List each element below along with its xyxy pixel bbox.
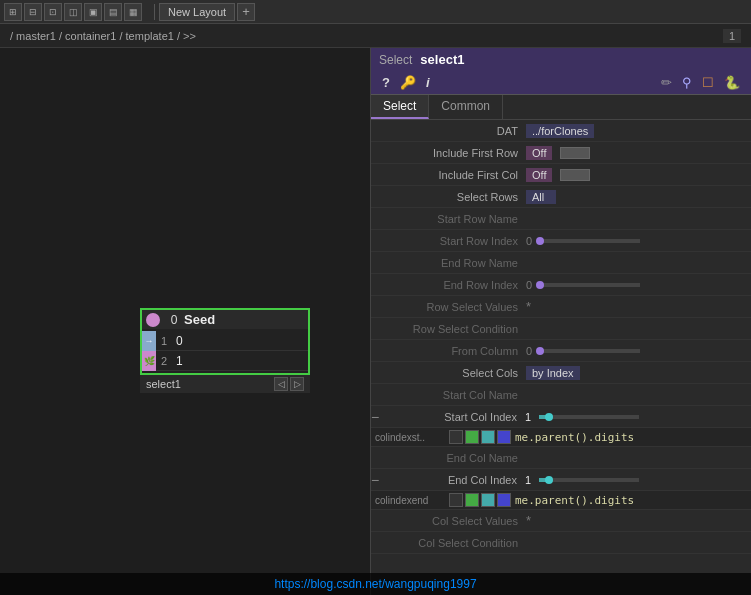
start-col-index-minus[interactable]: −: [371, 409, 385, 425]
include-first-col-value[interactable]: Off: [526, 168, 552, 182]
prop-row-start-row-name: Start Row Name: [371, 208, 751, 230]
prop-value-select-rows: All: [526, 190, 751, 204]
toolbar-icon-1[interactable]: ⊞: [4, 3, 22, 21]
prop-value-row-select-values: *: [526, 299, 751, 314]
node-canvas: 0 Seed → 1 0 🌿 2 1 selec: [0, 48, 370, 595]
node-btn-left[interactable]: ◁: [274, 377, 288, 391]
prop-value-from-column: 0: [526, 345, 751, 357]
col-select-val: *: [526, 513, 531, 528]
start-col-index-val: 1: [525, 411, 531, 423]
node-data-row-2: 🌿 2 1: [142, 351, 308, 371]
prop-node-name: select1: [420, 52, 464, 67]
prop-name-include-first-col: Include First Col: [371, 169, 526, 181]
properties-panel: Select select1 ? 🔑 i ✏ ⚲ ☐ 🐍 Select Comm…: [370, 48, 751, 595]
node-widget: 0 Seed → 1 0 🌿 2 1 selec: [140, 308, 310, 393]
prop-row-start-col-index: − Start Col Index 1: [371, 406, 751, 428]
prop-name-start-col-index: Start Col Index: [385, 411, 525, 423]
end-col-index-minus[interactable]: −: [371, 472, 385, 488]
link-icon[interactable]: ⚲: [679, 73, 695, 92]
prop-row-end-row-index: End Row Index 0: [371, 274, 751, 296]
new-layout-button[interactable]: New Layout: [159, 3, 235, 21]
help-icon[interactable]: ?: [379, 73, 393, 92]
select-cols-value[interactable]: by Index: [526, 366, 580, 380]
box-icon[interactable]: ☐: [699, 73, 717, 92]
prop-name-include-first-row: Include First Row: [371, 147, 526, 159]
start-col-index-slider[interactable]: [539, 415, 639, 419]
prop-name-row-select-values: Row Select Values: [371, 301, 526, 313]
python-icon[interactable]: 🐍: [721, 73, 743, 92]
node-row-icon-arrow: →: [142, 331, 156, 351]
expr-box-end-3[interactable]: [481, 493, 495, 507]
node-row-1-num: 1: [156, 335, 172, 347]
expr-box-2[interactable]: [465, 430, 479, 444]
expr-label-colindexend: colindexend: [375, 495, 445, 506]
include-first-col-toggle[interactable]: [560, 169, 590, 181]
select-rows-value[interactable]: All: [526, 190, 556, 204]
toolbar-icon-7[interactable]: ▦: [124, 3, 142, 21]
node-type-icon: [146, 313, 160, 327]
prop-row-from-column: From Column 0: [371, 340, 751, 362]
from-column-slider[interactable]: [540, 349, 640, 353]
expr-box-end-2[interactable]: [465, 493, 479, 507]
tab-common[interactable]: Common: [429, 95, 503, 119]
toolbar-icon-4[interactable]: ◫: [64, 3, 82, 21]
node-row-1-val: 0: [172, 334, 183, 348]
key-icon[interactable]: 🔑: [397, 73, 419, 92]
expr-box-4[interactable]: [497, 430, 511, 444]
node-row-icon-seed: 🌿: [142, 351, 156, 371]
include-first-row-toggle[interactable]: [560, 147, 590, 159]
expr-text-colindexend: me.parent().digits: [515, 494, 634, 507]
prop-icon-bar: ? 🔑 i ✏ ⚲ ☐ 🐍: [371, 71, 751, 95]
dat-value[interactable]: ../forClones: [526, 124, 594, 138]
end-row-index-val: 0: [526, 279, 532, 291]
end-col-index-slider[interactable]: [539, 478, 639, 482]
prop-row-row-select-condition: Row Select Condition: [371, 318, 751, 340]
add-layout-button[interactable]: +: [237, 3, 255, 21]
prop-value-start-col-index: 1: [525, 411, 751, 423]
prop-name-end-row-name: End Row Name: [371, 257, 526, 269]
prop-name-start-row-index: Start Row Index: [371, 235, 526, 247]
edit-icon[interactable]: ✏: [658, 73, 675, 92]
watermark-url: https://blog.csdn.net/wangpuqing1997: [274, 577, 476, 591]
include-first-row-value[interactable]: Off: [526, 146, 552, 160]
toolbar-icon-5[interactable]: ▣: [84, 3, 102, 21]
select-node[interactable]: 0 Seed → 1 0 🌿 2 1: [140, 308, 310, 375]
prop-value-include-first-row: Off: [526, 146, 751, 160]
prop-row-include-first-row: Include First Row Off: [371, 142, 751, 164]
prop-name-start-col-name: Start Col Name: [371, 389, 526, 401]
expr-box-1[interactable]: [449, 430, 463, 444]
breadcrumb-counter: 1: [723, 29, 741, 43]
watermark: https://blog.csdn.net/wangpuqing1997: [0, 573, 751, 595]
node-header: 0 Seed: [142, 310, 308, 329]
prop-value-end-row-index: 0: [526, 279, 751, 291]
prop-type-label: Select: [379, 53, 412, 67]
expr-box-end-4[interactable]: [497, 493, 511, 507]
end-row-index-slider[interactable]: [540, 283, 640, 287]
breadcrumb: / master1 / container1 / template1 / >> …: [0, 24, 751, 48]
prop-list: DAT ../forClones Include First Row Off I…: [371, 120, 751, 595]
node-label-buttons: ◁ ▷: [274, 377, 304, 391]
prop-value-col-select-values: *: [526, 513, 751, 528]
toolbar-icon-2[interactable]: ⊟: [24, 3, 42, 21]
info-icon[interactable]: i: [423, 73, 433, 92]
prop-name-dat: DAT: [371, 125, 526, 137]
from-column-val: 0: [526, 345, 532, 357]
toolbar-icon-6[interactable]: ▤: [104, 3, 122, 21]
prop-value-end-col-index: 1: [525, 474, 751, 486]
node-label-bar: select1 ◁ ▷: [140, 375, 310, 393]
tab-select[interactable]: Select: [371, 95, 429, 119]
node-btn-right[interactable]: ▷: [290, 377, 304, 391]
expr-box-end-1[interactable]: [449, 493, 463, 507]
node-row-2-num: 2: [156, 355, 172, 367]
prop-row-dat: DAT ../forClones: [371, 120, 751, 142]
toolbar-icon-group: ⊞ ⊟ ⊡ ◫ ▣ ▤ ▦: [4, 3, 142, 21]
start-row-index-val: 0: [526, 235, 532, 247]
node-col0: 0: [164, 313, 184, 327]
toolbar-icon-3[interactable]: ⊡: [44, 3, 62, 21]
start-row-index-slider[interactable]: [540, 239, 640, 243]
prop-row-end-col-name: End Col Name: [371, 447, 751, 469]
prop-name-select-rows: Select Rows: [371, 191, 526, 203]
node-name-label: select1: [146, 378, 181, 390]
prop-row-end-row-name: End Row Name: [371, 252, 751, 274]
expr-box-3[interactable]: [481, 430, 495, 444]
